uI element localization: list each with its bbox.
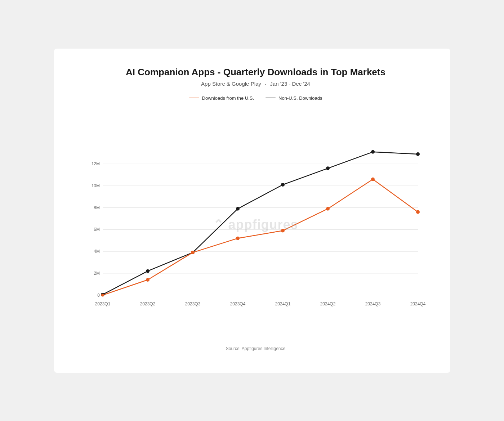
svg-text:2024Q4: 2024Q4 (410, 301, 425, 306)
svg-text:6M: 6M (94, 227, 100, 232)
svg-point-36 (416, 210, 420, 214)
svg-point-27 (326, 166, 330, 170)
chart-subtitle: App Store & Google Play · Jan '23 - Dec … (83, 81, 429, 87)
svg-text:10M: 10M (91, 183, 99, 188)
svg-point-33 (281, 229, 285, 232)
svg-point-30 (146, 278, 150, 282)
legend-non-us: Non-U.S. Downloads (266, 95, 322, 101)
chart-area: ⌃ appfigures 02M4M6M8M10M12M2023Q12023Q2… (83, 108, 429, 342)
svg-point-37 (101, 294, 104, 296)
svg-point-32 (236, 236, 240, 240)
chart-svg: 02M4M6M8M10M12M2023Q12023Q22023Q32023Q42… (83, 108, 429, 342)
svg-text:2024Q1: 2024Q1 (275, 301, 290, 306)
svg-text:4M: 4M (94, 249, 100, 254)
subtitle-separator: · (265, 81, 266, 87)
svg-text:2M: 2M (94, 270, 100, 276)
svg-text:2023Q1: 2023Q1 (95, 301, 110, 306)
subtitle-platform: App Store & Google Play (201, 81, 261, 87)
svg-point-23 (146, 269, 150, 273)
svg-text:2023Q3: 2023Q3 (185, 301, 200, 306)
svg-text:2024Q3: 2024Q3 (365, 301, 380, 306)
legend-us-label: Downloads from the U.S. (202, 95, 254, 101)
subtitle-date: Jan '23 - Dec '24 (270, 81, 310, 87)
svg-text:2023Q4: 2023Q4 (230, 301, 245, 306)
legend-non-us-line (266, 98, 276, 99)
legend-us: Downloads from the U.S. (189, 95, 254, 101)
svg-text:0: 0 (97, 292, 100, 297)
svg-text:2023Q2: 2023Q2 (140, 301, 155, 306)
svg-point-31 (191, 251, 195, 254)
svg-point-35 (371, 177, 375, 181)
chart-title: AI Companion Apps - Quarterly Downloads … (83, 67, 429, 78)
legend-us-line (189, 98, 199, 99)
chart-legend: Downloads from the U.S. Non-U.S. Downloa… (83, 95, 429, 101)
chart-container: AI Companion Apps - Quarterly Downloads … (54, 49, 450, 373)
source-text: Source: Appfigures Intelligence (83, 346, 429, 351)
svg-text:8M: 8M (94, 205, 100, 210)
svg-text:2024Q2: 2024Q2 (320, 301, 335, 306)
svg-point-34 (326, 207, 330, 210)
svg-point-25 (236, 207, 240, 210)
svg-point-28 (371, 150, 375, 153)
svg-point-29 (416, 152, 420, 156)
legend-non-us-label: Non-U.S. Downloads (278, 95, 322, 101)
svg-point-26 (281, 183, 285, 186)
svg-text:12M: 12M (91, 161, 99, 166)
